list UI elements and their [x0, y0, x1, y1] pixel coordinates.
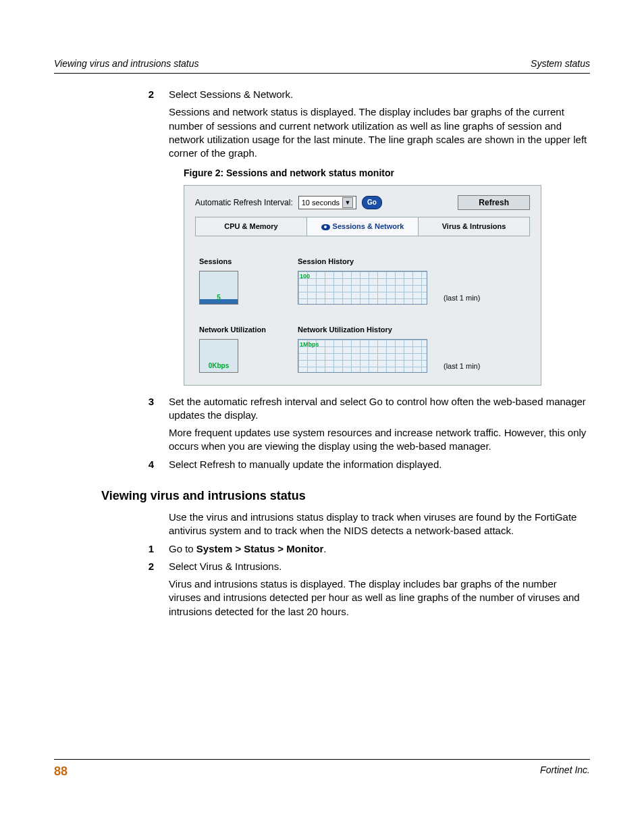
step-text: Set the automatic refresh interval and s… [169, 395, 590, 423]
step-number: 1 [54, 542, 169, 556]
company-name: Fortinet Inc. [540, 764, 590, 775]
tab-cpu-memory[interactable]: CPU & Memory [196, 217, 307, 236]
step-text: Sessions and network status is displayed… [169, 105, 590, 160]
chevron-down-icon: ▼ [342, 197, 353, 208]
step-text: Go to System > Status > Monitor. [169, 542, 590, 556]
step-text: Select Virus & Intrusions. [169, 560, 590, 573]
refresh-interval-select[interactable]: 10 seconds ▼ [298, 196, 356, 209]
step-text: More frequent updates use system resourc… [169, 426, 590, 454]
step-text: Virus and intrusions status is displayed… [169, 577, 590, 619]
step-number: 3 [54, 395, 169, 423]
network-history-scale: 1Mbps [300, 340, 319, 348]
sessions-label: Sessions [199, 257, 287, 267]
nav-path: System > Status > Monitor [196, 543, 323, 554]
last-min-label: (last 1 min) [444, 293, 480, 305]
network-util-bar-chart: 0Kbps [199, 339, 238, 373]
step-number: 2 [54, 560, 169, 573]
section-intro: Use the virus and intrusions status disp… [169, 511, 590, 538]
network-history-chart: 1Mbps [298, 339, 427, 373]
footer-rule [54, 759, 590, 760]
figure-caption: Figure 2: Sessions and network status mo… [184, 167, 590, 180]
eye-icon [321, 224, 330, 230]
step-number: 4 [54, 458, 169, 471]
session-history-label: Session History [298, 257, 427, 267]
running-header-left: Viewing virus and intrusions status [54, 58, 199, 69]
screenshot-monitor: Automatic Refresh Interval: 10 seconds ▼… [184, 185, 541, 386]
refresh-interval-value: 10 seconds [302, 198, 340, 208]
session-history-scale: 100 [300, 272, 310, 280]
sessions-bar-chart: 5 [199, 271, 238, 305]
tab-sessions-network[interactable]: Sessions & Network [307, 217, 419, 236]
step-text: Select Refresh to manually update the in… [169, 458, 590, 471]
sessions-value: 5 [200, 293, 238, 303]
step-text: Select Sessions & Network. [169, 88, 590, 101]
network-util-value: 0Kbps [200, 361, 238, 371]
session-history-chart: 100 [298, 271, 427, 305]
monitor-tabs: CPU & Memory Sessions & Network Virus & … [195, 217, 530, 236]
go-button[interactable]: Go [362, 196, 382, 209]
network-history-label: Network Utilization History [298, 325, 427, 335]
tab-virus-intrusions[interactable]: Virus & Intrusions [419, 217, 529, 236]
last-min-label: (last 1 min) [444, 361, 480, 373]
running-header-right: System status [531, 58, 590, 69]
page-number: 88 [54, 764, 68, 779]
refresh-button[interactable]: Refresh [458, 195, 530, 210]
refresh-interval-label: Automatic Refresh Interval: [195, 197, 293, 208]
step-number: 2 [54, 88, 169, 101]
section-heading: Viewing virus and intrusions status [101, 488, 590, 504]
header-rule [54, 73, 590, 74]
network-util-label: Network Utilization [199, 325, 287, 335]
